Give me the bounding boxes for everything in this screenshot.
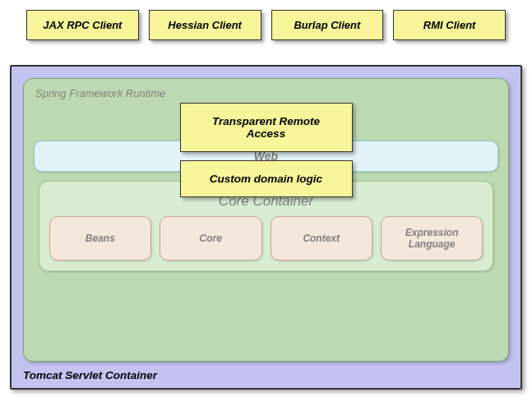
tomcat-container: Spring Framework Runtime Transparent Rem… [10, 65, 522, 390]
spring-runtime: Spring Framework Runtime Transparent Rem… [23, 78, 509, 362]
clients-row: JAX RPC Client Hessian Client Burlap Cli… [10, 10, 522, 40]
module-context: Context [271, 216, 372, 261]
client-burlap: Burlap Client [271, 10, 384, 40]
module-core: Core [160, 216, 261, 261]
client-jax-rpc: JAX RPC Client [26, 10, 139, 40]
remote-access-box: Transparent Remote Access [180, 103, 353, 152]
spring-runtime-label: Spring Framework Runtime [34, 87, 498, 99]
client-rmi: RMI Client [393, 10, 506, 40]
module-row: Beans Core Context Expression Language [49, 216, 483, 261]
domain-logic-box: Custom domain logic [180, 160, 353, 197]
tomcat-container-label: Tomcat Servlet Container [23, 369, 157, 381]
module-beans: Beans [49, 216, 151, 261]
center-stack: Transparent Remote Access Web Custom dom… [34, 103, 498, 271]
module-expression-language: Expression Language [381, 216, 483, 261]
client-hessian: Hessian Client [149, 10, 261, 40]
